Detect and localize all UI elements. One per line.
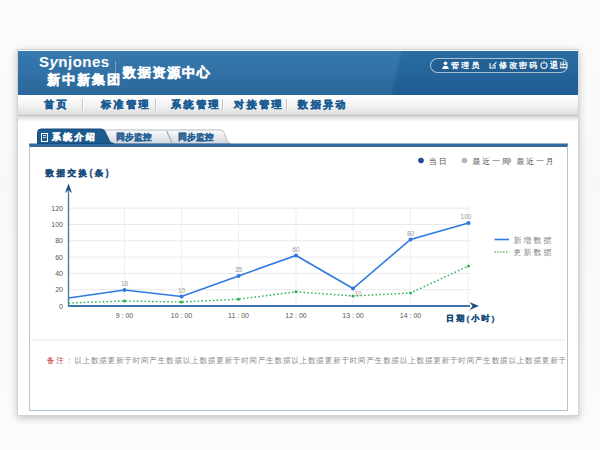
svg-text:更新数据: 更新数据 [514, 248, 554, 257]
svg-text:备注 : 以上数据更新于时间产生数据以上数据更新于时间产生数: 备注 : 以上数据更新于时间产生数据以上数据更新于时间产生数据以上数据更新于时间… [47, 356, 567, 365]
svg-text:60: 60 [292, 245, 300, 252]
svg-text:35: 35 [235, 266, 243, 273]
svg-text:最近一月: 最近一月 [517, 156, 556, 165]
svg-text:13 : 00: 13 : 00 [342, 312, 364, 319]
svg-text:40: 40 [55, 269, 63, 276]
svg-text:14 : 00: 14 : 00 [400, 312, 422, 319]
svg-text:新增数据: 新增数据 [514, 235, 554, 244]
svg-text:80: 80 [407, 229, 415, 236]
svg-text:当日: 当日 [429, 156, 449, 165]
svg-text:日期(小时): 日期(小时) [446, 314, 497, 323]
svg-text:100: 100 [51, 221, 63, 228]
svg-text:20: 20 [55, 286, 63, 293]
svg-text:18: 18 [121, 280, 129, 287]
svg-text:120: 120 [51, 204, 63, 211]
svg-text:数据交换(条): 数据交换(条) [45, 168, 112, 178]
svg-text:9 : 00: 9 : 00 [116, 312, 134, 319]
svg-text:最近一周: 最近一周 [473, 156, 512, 165]
svg-text:11 : 00: 11 : 00 [228, 312, 249, 319]
svg-text:12 : 00: 12 : 00 [285, 312, 307, 319]
svg-text:10: 10 [354, 289, 362, 296]
svg-text:80: 80 [55, 237, 63, 244]
svg-text:10: 10 [178, 287, 186, 294]
svg-text:10 : 00: 10 : 00 [171, 312, 193, 319]
svg-text:0: 0 [59, 302, 63, 309]
svg-text:100: 100 [461, 213, 472, 220]
svg-text:60: 60 [55, 253, 63, 260]
